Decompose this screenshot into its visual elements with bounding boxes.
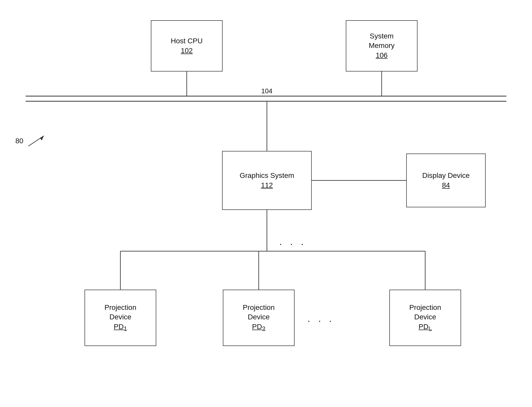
projection-device-2-box: ProjectionDevice PD2: [223, 290, 295, 346]
projection-1-label: ProjectionDevice: [105, 303, 137, 322]
svg-marker-12: [40, 136, 44, 140]
host-cpu-number: 102: [181, 46, 193, 55]
projection-2-label: ProjectionDevice: [243, 303, 275, 322]
projection-device-1-box: ProjectionDevice PD1: [85, 290, 156, 346]
display-device-box: Display Device 84: [406, 154, 486, 207]
projection-1-number: PD1: [114, 322, 127, 333]
projection-l-label: ProjectionDevice: [409, 303, 441, 322]
projection-2-number: PD2: [252, 322, 265, 333]
ellipsis-bottom: . . .: [307, 313, 335, 324]
bus-label: 104: [261, 87, 272, 95]
display-device-number: 84: [442, 181, 450, 190]
projection-l-number: PDL: [419, 322, 432, 333]
projection-device-l-box: ProjectionDevice PDL: [389, 290, 461, 346]
graphics-system-label: Graphics System: [239, 171, 294, 180]
ref-80-label: 80: [15, 137, 23, 145]
display-device-label: Display Device: [422, 171, 470, 180]
graphics-system-box: Graphics System 112: [222, 151, 312, 210]
system-memory-box: SystemMemory 106: [346, 20, 418, 72]
graphics-system-number: 112: [261, 181, 273, 190]
ellipsis-middle: . . .: [279, 236, 306, 247]
host-cpu-label: Host CPU: [171, 36, 203, 46]
diagram: Host CPU 102 SystemMemory 106 104 Graphi…: [0, 0, 532, 407]
system-memory-label: SystemMemory: [369, 32, 394, 50]
ref-arrow: [26, 133, 46, 149]
host-cpu-box: Host CPU 102: [151, 20, 223, 72]
system-memory-number: 106: [376, 51, 388, 60]
ref-80-container: 80: [15, 133, 46, 149]
